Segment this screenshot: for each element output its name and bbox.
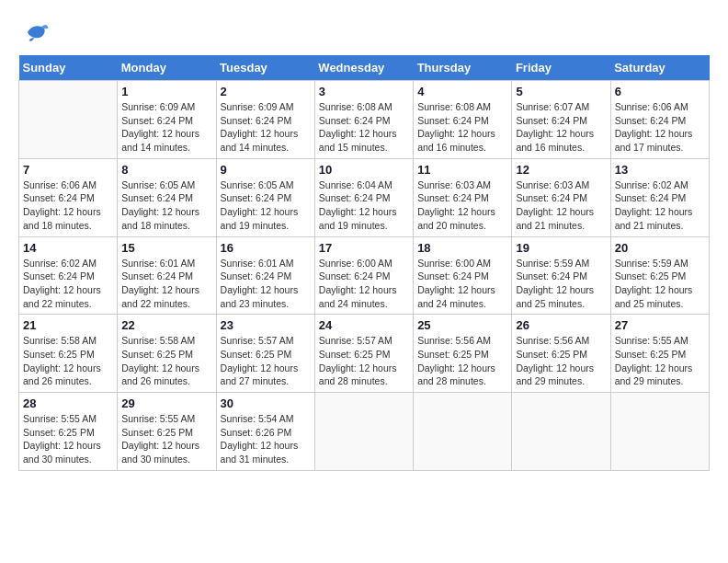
logo	[18, 18, 50, 46]
day-info: Sunrise: 6:09 AMSunset: 6:24 PMDaylight:…	[221, 100, 311, 155]
day-number: 10	[319, 163, 409, 177]
calendar-cell: 6Sunrise: 6:06 AMSunset: 6:24 PMDaylight…	[610, 81, 709, 159]
column-header-monday: Monday	[118, 55, 216, 81]
calendar-cell: 1Sunrise: 6:09 AMSunset: 6:24 PMDaylight…	[118, 81, 216, 159]
column-header-sunday: Sunday	[19, 55, 118, 81]
calendar-cell: 28Sunrise: 5:55 AMSunset: 6:25 PMDayligh…	[19, 393, 118, 471]
day-number: 9	[221, 163, 311, 177]
day-number: 6	[615, 85, 705, 98]
calendar-cell: 20Sunrise: 5:59 AMSunset: 6:25 PMDayligh…	[610, 236, 709, 315]
day-number: 19	[516, 241, 606, 255]
logo-bird-icon	[22, 18, 50, 46]
column-header-friday: Friday	[512, 55, 610, 81]
day-info: Sunrise: 5:57 AMSunset: 6:25 PMDaylight:…	[319, 334, 409, 388]
day-number: 23	[221, 318, 311, 332]
calendar-cell: 22Sunrise: 5:58 AMSunset: 6:25 PMDayligh…	[118, 315, 216, 393]
column-header-saturday: Saturday	[610, 55, 709, 81]
calendar-cell: 23Sunrise: 5:57 AMSunset: 6:25 PMDayligh…	[216, 315, 314, 393]
day-number: 17	[319, 241, 409, 255]
day-number: 13	[615, 163, 705, 177]
day-info: Sunrise: 5:55 AMSunset: 6:25 PMDaylight:…	[615, 334, 705, 388]
day-number: 22	[121, 318, 211, 332]
day-info: Sunrise: 6:01 AMSunset: 6:24 PMDaylight:…	[221, 257, 311, 311]
calendar-cell: 17Sunrise: 6:00 AMSunset: 6:24 PMDayligh…	[314, 236, 413, 315]
calendar-cell: 27Sunrise: 5:55 AMSunset: 6:25 PMDayligh…	[610, 315, 709, 393]
calendar-cell: 4Sunrise: 6:08 AMSunset: 6:24 PMDaylight…	[414, 81, 512, 159]
day-number: 20	[615, 241, 705, 255]
day-number: 1	[121, 85, 211, 98]
calendar-cell: 14Sunrise: 6:02 AMSunset: 6:24 PMDayligh…	[19, 236, 118, 315]
day-number: 2	[221, 85, 311, 98]
day-info: Sunrise: 5:54 AMSunset: 6:26 PMDaylight:…	[221, 412, 311, 466]
day-info: Sunrise: 6:06 AMSunset: 6:24 PMDaylight:…	[23, 178, 113, 233]
calendar-cell: 29Sunrise: 5:55 AMSunset: 6:25 PMDayligh…	[118, 393, 216, 471]
column-header-thursday: Thursday	[414, 55, 512, 81]
day-info: Sunrise: 5:59 AMSunset: 6:24 PMDaylight:…	[516, 257, 606, 311]
day-number: 15	[121, 241, 211, 255]
calendar-week-3: 14Sunrise: 6:02 AMSunset: 6:24 PMDayligh…	[19, 236, 710, 315]
calendar-cell: 13Sunrise: 6:02 AMSunset: 6:24 PMDayligh…	[610, 158, 709, 236]
day-number: 16	[221, 241, 311, 255]
day-info: Sunrise: 6:03 AMSunset: 6:24 PMDaylight:…	[516, 178, 606, 233]
day-info: Sunrise: 6:03 AMSunset: 6:24 PMDaylight:…	[417, 178, 507, 233]
calendar-cell: 30Sunrise: 5:54 AMSunset: 6:26 PMDayligh…	[216, 393, 314, 471]
day-number: 8	[121, 163, 211, 177]
calendar-cell: 18Sunrise: 6:00 AMSunset: 6:24 PMDayligh…	[414, 236, 512, 315]
day-info: Sunrise: 6:01 AMSunset: 6:24 PMDaylight:…	[121, 257, 211, 311]
day-info: Sunrise: 6:04 AMSunset: 6:24 PMDaylight:…	[319, 178, 409, 233]
calendar-week-4: 21Sunrise: 5:58 AMSunset: 6:25 PMDayligh…	[19, 315, 710, 393]
day-info: Sunrise: 6:02 AMSunset: 6:24 PMDaylight:…	[615, 178, 705, 233]
calendar-cell: 16Sunrise: 6:01 AMSunset: 6:24 PMDayligh…	[216, 236, 314, 315]
calendar-cell	[19, 81, 118, 159]
calendar-cell: 11Sunrise: 6:03 AMSunset: 6:24 PMDayligh…	[414, 158, 512, 236]
day-number: 3	[319, 85, 409, 98]
day-number: 12	[516, 163, 606, 177]
day-info: Sunrise: 5:58 AMSunset: 6:25 PMDaylight:…	[23, 334, 113, 388]
calendar-cell: 2Sunrise: 6:09 AMSunset: 6:24 PMDaylight…	[216, 81, 314, 159]
day-info: Sunrise: 6:06 AMSunset: 6:24 PMDaylight:…	[615, 100, 705, 155]
day-number: 18	[417, 241, 507, 255]
day-info: Sunrise: 5:56 AMSunset: 6:25 PMDaylight:…	[516, 334, 606, 388]
column-header-tuesday: Tuesday	[216, 55, 314, 81]
day-info: Sunrise: 5:56 AMSunset: 6:25 PMDaylight:…	[417, 334, 507, 388]
day-info: Sunrise: 6:00 AMSunset: 6:24 PMDaylight:…	[417, 257, 507, 311]
calendar-week-1: 1Sunrise: 6:09 AMSunset: 6:24 PMDaylight…	[19, 81, 710, 159]
calendar-cell: 12Sunrise: 6:03 AMSunset: 6:24 PMDayligh…	[512, 158, 610, 236]
column-header-wednesday: Wednesday	[314, 55, 413, 81]
calendar-cell: 5Sunrise: 6:07 AMSunset: 6:24 PMDaylight…	[512, 81, 610, 159]
day-number: 28	[23, 396, 113, 410]
day-number: 29	[121, 396, 211, 410]
calendar-cell: 25Sunrise: 5:56 AMSunset: 6:25 PMDayligh…	[414, 315, 512, 393]
day-info: Sunrise: 6:00 AMSunset: 6:24 PMDaylight:…	[319, 257, 409, 311]
day-info: Sunrise: 5:59 AMSunset: 6:25 PMDaylight:…	[615, 257, 705, 311]
calendar-cell: 7Sunrise: 6:06 AMSunset: 6:24 PMDaylight…	[19, 158, 118, 236]
calendar-cell: 10Sunrise: 6:04 AMSunset: 6:24 PMDayligh…	[314, 158, 413, 236]
calendar-week-5: 28Sunrise: 5:55 AMSunset: 6:25 PMDayligh…	[19, 393, 710, 471]
day-number: 4	[417, 85, 507, 98]
calendar-cell: 8Sunrise: 6:05 AMSunset: 6:24 PMDaylight…	[118, 158, 216, 236]
day-number: 26	[516, 318, 606, 332]
day-number: 25	[417, 318, 507, 332]
calendar-cell: 24Sunrise: 5:57 AMSunset: 6:25 PMDayligh…	[314, 315, 413, 393]
calendar-week-2: 7Sunrise: 6:06 AMSunset: 6:24 PMDaylight…	[19, 158, 710, 236]
day-info: Sunrise: 5:55 AMSunset: 6:25 PMDaylight:…	[121, 412, 211, 466]
calendar-cell: 3Sunrise: 6:08 AMSunset: 6:24 PMDaylight…	[314, 81, 413, 159]
day-info: Sunrise: 6:05 AMSunset: 6:24 PMDaylight:…	[121, 178, 211, 233]
day-number: 11	[417, 163, 507, 177]
day-info: Sunrise: 5:55 AMSunset: 6:25 PMDaylight:…	[23, 412, 113, 466]
day-info: Sunrise: 6:08 AMSunset: 6:24 PMDaylight:…	[319, 100, 409, 155]
day-number: 24	[319, 318, 409, 332]
day-number: 7	[23, 163, 113, 177]
calendar-cell	[512, 393, 610, 471]
day-info: Sunrise: 6:05 AMSunset: 6:24 PMDaylight:…	[221, 178, 311, 233]
day-number: 27	[615, 318, 705, 332]
day-number: 30	[221, 396, 311, 410]
day-number: 5	[516, 85, 606, 98]
calendar-cell	[314, 393, 413, 471]
calendar-cell: 19Sunrise: 5:59 AMSunset: 6:24 PMDayligh…	[512, 236, 610, 315]
calendar-cell	[610, 393, 709, 471]
day-info: Sunrise: 6:09 AMSunset: 6:24 PMDaylight:…	[121, 100, 211, 155]
day-number: 21	[23, 318, 113, 332]
calendar-cell	[414, 393, 512, 471]
day-info: Sunrise: 5:58 AMSunset: 6:25 PMDaylight:…	[121, 334, 211, 388]
